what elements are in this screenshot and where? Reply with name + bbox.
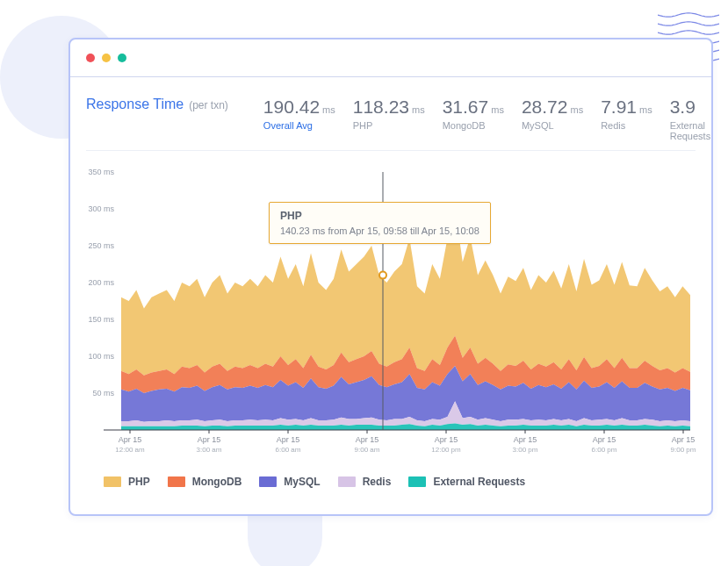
legend-swatch: [338, 476, 356, 487]
svg-text:Apr 15: Apr 15: [198, 435, 221, 444]
stat-value: 31.67: [443, 97, 489, 118]
svg-text:3:00 pm: 3:00 pm: [513, 446, 538, 454]
stat-external-requests: 3.9External Requests: [670, 97, 710, 141]
legend-item-php[interactable]: PHP: [104, 476, 150, 488]
browser-window: Response Time (per txn) 190.42msOverall …: [68, 38, 713, 516]
svg-text:350 ms: 350 ms: [88, 168, 114, 176]
svg-text:Apr 15: Apr 15: [672, 435, 696, 444]
svg-text:Apr 15: Apr 15: [593, 435, 616, 444]
chart-legend: PHPMongoDBMySQLRedisExternal Requests: [86, 469, 696, 495]
svg-text:3:00 am: 3:00 am: [197, 446, 222, 454]
svg-text:50 ms: 50 ms: [92, 389, 114, 398]
svg-text:Apr 15: Apr 15: [514, 435, 537, 444]
stat-label: MySQL: [522, 120, 583, 131]
legend-label: External Requests: [433, 476, 525, 488]
stat-overall-avg[interactable]: 190.42msOverall Avg: [263, 97, 335, 141]
tooltip-body: 140.23 ms from Apr 15, 09:58 till Apr 15…: [280, 226, 479, 236]
window-titlebar: [70, 39, 711, 77]
stat-value: 190.42: [263, 97, 320, 118]
svg-text:Apr 15: Apr 15: [356, 435, 379, 444]
window-zoom-icon[interactable]: [118, 54, 126, 62]
svg-text:6:00 pm: 6:00 pm: [592, 446, 617, 454]
stat-redis: 7.91msRedis: [601, 97, 652, 141]
page-subtitle: (per txn): [189, 99, 228, 111]
svg-point-33: [379, 272, 386, 279]
stat-unit: ms: [570, 104, 583, 115]
stat-unit: ms: [322, 104, 335, 115]
svg-text:200 ms: 200 ms: [88, 278, 114, 287]
stat-unit: ms: [639, 104, 652, 115]
stat-value: 118.23: [353, 97, 409, 118]
svg-text:300 ms: 300 ms: [88, 204, 114, 213]
stat-label: Redis: [601, 120, 652, 131]
legend-item-mysql[interactable]: MySQL: [259, 476, 320, 488]
stat-label: External Requests: [670, 120, 710, 141]
svg-text:Apr 15: Apr 15: [119, 435, 142, 444]
svg-text:Apr 15: Apr 15: [435, 435, 458, 444]
stats-header: Response Time (per txn) 190.42msOverall …: [86, 97, 696, 151]
response-time-chart[interactable]: 350 ms300 ms250 ms200 ms150 ms100 ms50 m…: [86, 167, 696, 463]
stat-label: MongoDB: [443, 120, 504, 131]
stat-label: PHP: [353, 120, 425, 131]
stat-unit: ms: [491, 104, 504, 115]
tooltip-title: PHP: [280, 210, 479, 222]
stat-mongodb: 31.67msMongoDB: [443, 97, 504, 141]
stat-mysql: 28.72msMySQL: [522, 97, 583, 141]
stat-php: 118.23msPHP: [353, 97, 425, 141]
stat-value: 28.72: [522, 97, 568, 118]
legend-item-redis[interactable]: Redis: [338, 476, 392, 488]
svg-text:100 ms: 100 ms: [88, 352, 114, 361]
stat-value: 7.91: [601, 97, 637, 118]
legend-label: PHP: [128, 476, 150, 488]
legend-swatch: [259, 476, 277, 487]
legend-item-external-requests[interactable]: External Requests: [408, 476, 525, 488]
legend-label: MongoDB: [192, 476, 242, 488]
svg-text:12:00 am: 12:00 am: [115, 446, 145, 454]
window-close-icon[interactable]: [86, 54, 95, 62]
legend-item-mongodb[interactable]: MongoDB: [168, 476, 242, 488]
svg-text:6:00 am: 6:00 am: [276, 446, 301, 454]
legend-swatch: [408, 476, 426, 487]
window-minimize-icon[interactable]: [102, 54, 111, 62]
svg-text:150 ms: 150 ms: [88, 315, 114, 324]
page-title: Response Time: [86, 97, 184, 112]
chart-tooltip: PHP 140.23 ms from Apr 15, 09:58 till Ap…: [269, 202, 491, 244]
stat-value: 3.9: [670, 97, 696, 118]
stat-label: Overall Avg: [263, 120, 335, 131]
svg-text:9:00 pm: 9:00 pm: [671, 446, 696, 454]
svg-text:12:00 pm: 12:00 pm: [431, 446, 461, 454]
svg-text:250 ms: 250 ms: [88, 241, 114, 250]
svg-text:9:00 am: 9:00 am: [355, 446, 380, 454]
legend-label: Redis: [363, 476, 392, 488]
legend-swatch: [168, 476, 185, 487]
legend-label: MySQL: [284, 476, 320, 488]
svg-text:Apr 15: Apr 15: [277, 435, 300, 444]
legend-swatch: [104, 476, 121, 487]
stat-unit: ms: [412, 104, 425, 115]
